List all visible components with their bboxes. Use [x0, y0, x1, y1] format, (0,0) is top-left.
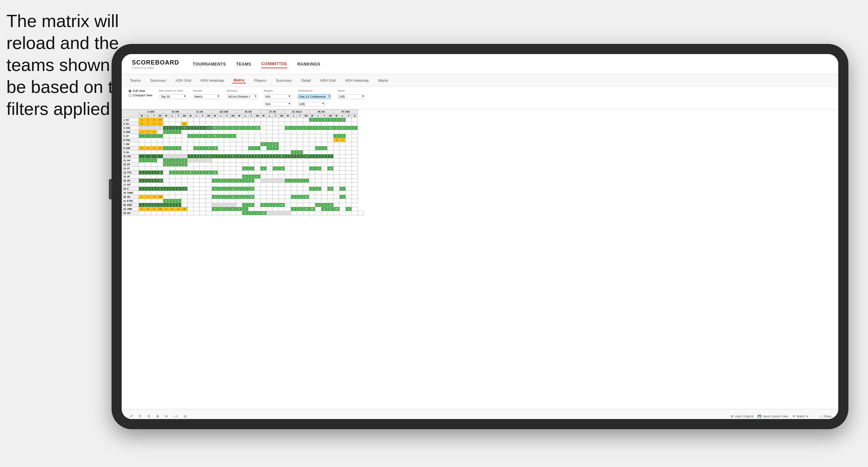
nav-teams[interactable]: TEAMS [236, 60, 251, 68]
team-select[interactable]: (All) [338, 94, 365, 99]
cell [169, 175, 175, 179]
cell: 0 [242, 211, 248, 215]
cell [328, 183, 334, 187]
nav-rankings[interactable]: RANKINGS [297, 60, 320, 68]
cell [279, 130, 285, 134]
gender-select[interactable]: Men's Women's [193, 94, 220, 99]
toolbar-btn-4[interactable]: ⊕ [155, 414, 160, 419]
h-uu-d: Dif [328, 114, 334, 118]
share-button[interactable]: ↗ Share [819, 415, 831, 418]
toolbar-btn-5[interactable]: ⊖ [164, 414, 169, 419]
cell [169, 211, 175, 215]
cell [352, 163, 358, 167]
table-row: 4. UNC 1 0 0 0 1 0 [122, 130, 364, 134]
subnav-players-summary[interactable]: Summary [274, 78, 293, 83]
compact-view-option[interactable]: Compact View [128, 94, 152, 97]
cell [157, 130, 163, 134]
cell [255, 163, 261, 167]
subnav-summary[interactable]: Summary [149, 78, 167, 83]
watch-button[interactable]: 👁 Watch ▾ [792, 415, 808, 418]
cell [297, 183, 303, 187]
cell: 2 [248, 167, 255, 171]
subnav-teams[interactable]: Teams [128, 78, 142, 83]
cell [309, 122, 315, 126]
subnav-detail[interactable]: Detail [300, 78, 312, 83]
cell [163, 171, 169, 175]
cell [273, 122, 279, 126]
toolbar-btn-3[interactable]: ⟲ [146, 414, 151, 419]
subnav-players[interactable]: Players [252, 78, 268, 83]
subnav-players-h2hheatmap[interactable]: H2H Heatmap [344, 78, 370, 83]
cell [321, 134, 328, 138]
view-original-button[interactable]: ⊞ View: Original [731, 415, 753, 418]
cell [194, 142, 200, 146]
nav-tournaments[interactable]: TOURNAMENTS [193, 60, 226, 68]
cell [334, 154, 340, 158]
table-row: 1. AU 1 2 0 23 0 1 [122, 118, 364, 122]
cell [255, 203, 261, 207]
compact-view-radio[interactable] [128, 94, 131, 97]
cell [346, 179, 352, 183]
cell [248, 171, 255, 175]
cell [230, 122, 236, 126]
region-select[interactable]: N/A East West [264, 94, 291, 99]
cell: 1 [200, 171, 206, 175]
toolbar-btn-6[interactable]: ○+ [172, 414, 179, 419]
cell [182, 199, 188, 203]
undo-button[interactable]: ↺ [128, 414, 134, 419]
cell: 0 [151, 118, 157, 122]
cell [352, 158, 358, 163]
nav-committee[interactable]: COMMITTEE [261, 60, 287, 68]
cell: 0 [212, 207, 218, 211]
cell [200, 207, 206, 211]
subnav-players-matrix[interactable]: Matrix [377, 78, 390, 83]
cell: 0 [340, 118, 346, 122]
cell [340, 207, 346, 211]
matrix-wrapper[interactable]: 3. ASU 10. UW 11. UA 22. UCB 24. UO 27. … [122, 109, 838, 409]
cell: 0 [182, 171, 188, 175]
cell [157, 163, 163, 167]
cell: 0 [224, 134, 230, 138]
region-secondary-select[interactable]: N/A [264, 102, 291, 106]
toolbar-btn-7[interactable]: ◎ [183, 414, 188, 419]
cell [285, 163, 291, 167]
cell [206, 118, 212, 122]
cell [267, 158, 273, 163]
cell [285, 122, 291, 126]
redo-button[interactable]: ↻ [137, 414, 143, 419]
subnav-matrix[interactable]: Matrix [232, 77, 246, 83]
cell [267, 118, 273, 122]
full-view-option[interactable]: Full View [128, 89, 152, 93]
cell: 26 [212, 171, 218, 175]
region-secondary-select-wrapper: N/A [264, 100, 291, 106]
cell [236, 138, 242, 142]
conference-secondary-select[interactable]: (All) [298, 102, 325, 106]
row-label-ucb: 22. UCB [122, 203, 139, 207]
cell [267, 187, 273, 191]
cell [255, 158, 261, 163]
cell [334, 195, 340, 199]
cell [321, 158, 328, 163]
max-teams-select[interactable]: Top 25 Top 50 All [159, 94, 186, 99]
cell [315, 163, 321, 167]
cell [255, 199, 261, 203]
subnav-h2hgrid[interactable]: H2H Grid [174, 78, 192, 83]
division-select[interactable]: NCAA Division I NCAA Division II NCAA Di… [227, 94, 257, 99]
cell: 0 [328, 207, 334, 211]
cell: 0 [297, 154, 303, 158]
subnav-h2hheatmap[interactable]: H2H Heatmap [199, 78, 225, 83]
cell: 1 [248, 154, 255, 158]
subnav-players-h2hgrid[interactable]: H2H Grid [319, 78, 337, 83]
options-icon: ⋯ [812, 415, 815, 418]
table-row: 23. UNM 2 0 0 -23 2 0 0 25 0 0 [122, 207, 364, 211]
cell [285, 118, 291, 122]
cell [248, 191, 255, 195]
full-view-radio[interactable] [128, 90, 131, 93]
cell [194, 195, 200, 199]
share-options-button[interactable]: ⋯ [812, 415, 815, 418]
save-custom-button[interactable]: 💾 Save Custom View [757, 415, 788, 418]
cell [279, 142, 285, 146]
cell [248, 163, 255, 167]
cell: 14 [157, 146, 163, 150]
conference-select[interactable]: Pac-12 Conference (All) ACC Big Ten [298, 94, 331, 99]
